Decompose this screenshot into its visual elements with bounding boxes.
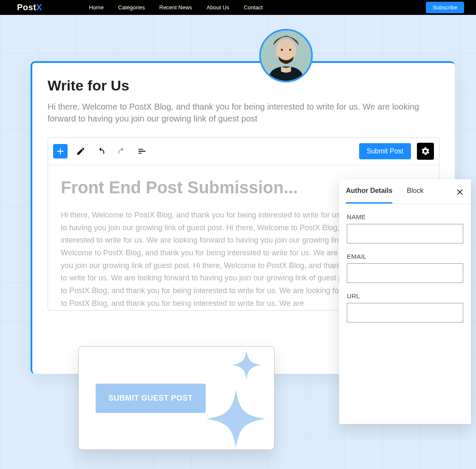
avatar-image bbox=[261, 31, 311, 81]
page-title: Write for Us bbox=[48, 77, 439, 94]
sparkle-icon bbox=[232, 350, 261, 380]
tab-author-details[interactable]: Author Details bbox=[346, 187, 392, 203]
outline-icon bbox=[137, 147, 147, 156]
email-field[interactable] bbox=[347, 263, 463, 283]
outline-button[interactable] bbox=[135, 144, 149, 158]
add-block-button[interactable] bbox=[53, 144, 68, 158]
gear-icon bbox=[421, 147, 430, 156]
nav-about-us[interactable]: About Us bbox=[207, 4, 229, 11]
nav-recent-news[interactable]: Recent News bbox=[159, 4, 192, 11]
sparkle-icon bbox=[206, 389, 266, 449]
brand-suffix: X bbox=[36, 3, 42, 12]
top-navbar: PostX Home Categories Recent News About … bbox=[0, 0, 476, 15]
panel-tabs: Author Details Block bbox=[339, 179, 471, 204]
undo-icon bbox=[96, 147, 106, 156]
svg-point-2 bbox=[281, 49, 283, 51]
submit-guest-post-card: SUBMIT GUEST POST bbox=[78, 346, 275, 450]
redo-button[interactable] bbox=[114, 144, 129, 158]
nav-categories[interactable]: Categories bbox=[118, 4, 145, 11]
panel-close-button[interactable] bbox=[456, 187, 464, 203]
plus-icon bbox=[56, 147, 65, 156]
nav-home[interactable]: Home bbox=[89, 4, 104, 11]
pencil-icon bbox=[76, 147, 85, 156]
label-email: EMAIL bbox=[347, 253, 463, 260]
nav-links: Home Categories Recent News About Us Con… bbox=[89, 4, 263, 11]
subscribe-button[interactable]: Subscribe bbox=[426, 2, 464, 13]
tab-block[interactable]: Block bbox=[407, 187, 423, 203]
editor-toolbar: Submit Post bbox=[48, 138, 439, 165]
submit-post-button[interactable]: Submit Post bbox=[359, 143, 411, 159]
nav-contact[interactable]: Contact bbox=[244, 4, 263, 11]
url-field[interactable] bbox=[347, 303, 463, 322]
undo-button[interactable] bbox=[94, 144, 108, 158]
label-name: NAME bbox=[347, 213, 463, 220]
submit-guest-post-button[interactable]: SUBMIT GUEST POST bbox=[96, 384, 206, 413]
svg-point-3 bbox=[289, 49, 292, 51]
label-url: URL bbox=[347, 292, 463, 299]
brand-logo[interactable]: PostX bbox=[17, 3, 42, 12]
brand-name: Post bbox=[17, 3, 36, 12]
author-details-panel: Author Details Block NAME EMAIL URL bbox=[339, 179, 471, 424]
page-lead: Hi there, Welcome to PostX Blog, and tha… bbox=[48, 101, 439, 124]
panel-body: NAME EMAIL URL bbox=[339, 204, 471, 341]
settings-button[interactable] bbox=[417, 143, 434, 160]
edit-button[interactable] bbox=[74, 144, 88, 158]
avatar bbox=[259, 29, 313, 82]
name-field[interactable] bbox=[347, 224, 463, 243]
redo-icon bbox=[117, 147, 126, 156]
close-icon bbox=[456, 187, 464, 196]
